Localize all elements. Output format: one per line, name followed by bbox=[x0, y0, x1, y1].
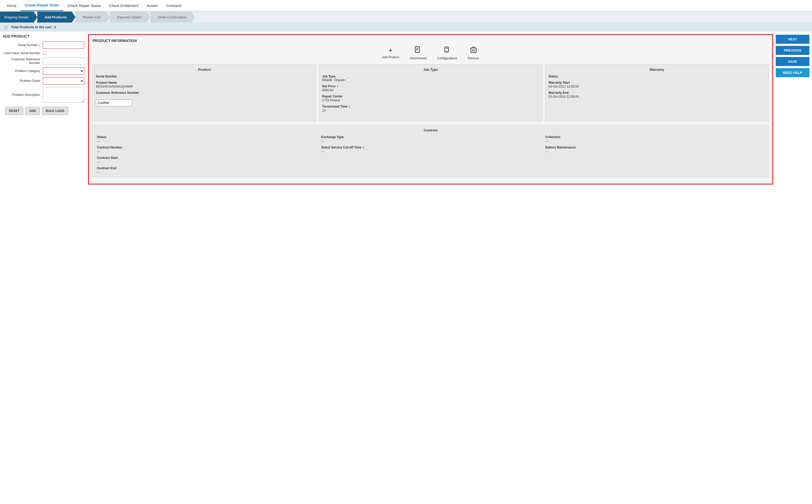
reset-button[interactable]: RESET bbox=[5, 107, 23, 115]
contract-end-field: Contract End — bbox=[97, 166, 316, 174]
remove-icon bbox=[470, 46, 477, 55]
contract-start-value: — bbox=[97, 160, 316, 164]
cart-banner: 🛒 Total Products in the cart : 1 bbox=[0, 23, 812, 32]
job-type-card-title: Job Type bbox=[322, 68, 539, 72]
product-custref-label: Customer Reference Number bbox=[96, 91, 313, 95]
add-product-icon: + bbox=[389, 46, 393, 54]
battery-maintenance-value: — bbox=[545, 150, 764, 153]
customer-ref-label: Customer Reference Number bbox=[3, 58, 43, 65]
nav-home[interactable]: Home bbox=[3, 1, 20, 11]
step-order-confirmation[interactable]: Order Confirmation bbox=[151, 12, 192, 23]
dispute-checkbox[interactable] bbox=[347, 79, 350, 82]
product-card-title: Product bbox=[96, 68, 313, 72]
service-cutoff-field: Select Service Cut-off Time ℹ — bbox=[321, 146, 540, 153]
action-add-product[interactable]: + Add Product bbox=[382, 46, 399, 60]
customer-ref-row: Customer Reference Number bbox=[3, 58, 86, 65]
contract-exchange-field: Exchange Type — bbox=[321, 135, 540, 143]
warranty-status-label: Status bbox=[548, 75, 765, 78]
left-panel: ADD PRODUCT Serial Number ℹ I don't have… bbox=[3, 34, 86, 184]
configurations-label: Configurations bbox=[437, 56, 457, 60]
step-order-confirmation-label: Order Confirmation bbox=[158, 15, 187, 19]
center-panel: PRODUCT INFORMATION + Add Product Attach… bbox=[88, 34, 773, 184]
step-add-products-label: Add Products bbox=[45, 15, 67, 19]
svg-rect-6 bbox=[446, 48, 448, 48]
main-layout: ADD PRODUCT Serial Number ℹ I don't have… bbox=[0, 32, 812, 187]
customer-ref-input[interactable] bbox=[43, 58, 84, 65]
problem-category-select[interactable] bbox=[43, 67, 84, 75]
remove-label: Remove bbox=[468, 56, 479, 60]
add-product-title: ADD PRODUCT bbox=[3, 34, 86, 38]
contract-exchange-value: — bbox=[321, 139, 540, 143]
contract-start-field: Contract Start — bbox=[97, 156, 316, 164]
contract-number-field: Contract Number — bbox=[97, 146, 316, 153]
job-type-label: Job Type bbox=[322, 75, 539, 78]
nav-assets[interactable]: Assets bbox=[143, 1, 162, 11]
step-review-cart[interactable]: Review Cart bbox=[75, 12, 106, 23]
battery-maintenance-label: Battery Maintenance bbox=[545, 146, 764, 149]
previous-button[interactable]: PREVIOUS bbox=[776, 46, 809, 55]
job-type-card: Job Type Job Type Billable Dispute Net P… bbox=[319, 64, 542, 121]
add-button[interactable]: ADD bbox=[25, 107, 40, 115]
action-attachments[interactable]: Attachments bbox=[409, 46, 427, 60]
svg-point-5 bbox=[446, 51, 447, 52]
svg-rect-0 bbox=[415, 47, 419, 52]
net-price-field: Net Price ℹ €840.80 bbox=[322, 84, 539, 92]
job-type-value: Billable bbox=[322, 78, 332, 82]
step-payment-details[interactable]: Payment Details bbox=[110, 12, 147, 23]
product-name-field: Product Name MC9190-GA0SWJQA6WR bbox=[96, 81, 313, 88]
svg-rect-9 bbox=[472, 47, 475, 48]
contract-collection-field: Collection — bbox=[545, 135, 764, 143]
no-serial-checkbox[interactable] bbox=[43, 52, 46, 55]
contract-end-col2 bbox=[321, 156, 540, 164]
nav-create-repair-order[interactable]: Create Repair Order bbox=[20, 0, 63, 11]
nav-contracts[interactable]: Contracts bbox=[162, 1, 186, 11]
contract-status-label: Status bbox=[97, 135, 316, 139]
net-price-value: €840.80 bbox=[322, 88, 333, 92]
turnaround-info-icon: ℹ bbox=[349, 105, 350, 108]
contract-end-col3 bbox=[545, 156, 764, 164]
contract-status-field: Status — bbox=[97, 135, 316, 143]
contract-card-title: Contract bbox=[97, 128, 764, 132]
nav-check-repair-status[interactable]: Check Repair Status bbox=[63, 1, 105, 11]
step-add-products[interactable]: Add Products bbox=[37, 12, 72, 23]
service-cutoff-info-icon: ℹ bbox=[363, 146, 364, 149]
action-remove[interactable]: Remove bbox=[468, 46, 479, 60]
problem-detail-row: Problem Detail bbox=[3, 77, 86, 84]
warranty-end-label: Warranty End bbox=[548, 91, 765, 95]
repair-center-label: Repair Center bbox=[322, 95, 539, 98]
action-configurations[interactable]: Configurations bbox=[437, 46, 457, 60]
problem-description-textarea[interactable] bbox=[43, 87, 84, 103]
need-help-button[interactable]: NEED HELP bbox=[776, 68, 809, 77]
product-custref-field: Customer Reference Number bbox=[96, 91, 313, 106]
top-navigation: Home Create Repair Order Check Repair St… bbox=[0, 0, 812, 12]
product-info-title: PRODUCT INFORMATION bbox=[93, 39, 769, 43]
problem-detail-select[interactable] bbox=[43, 77, 84, 84]
action-buttons-row: RESET ADD BULK LOAD bbox=[3, 107, 86, 115]
nav-check-entitlement[interactable]: Check Entitlement bbox=[105, 1, 143, 11]
warranty-start-field: Warranty Start 03-Oct-2013 12:00:00 bbox=[548, 81, 765, 88]
turnaround-label: Turnaround Time ℹ bbox=[322, 105, 539, 108]
step-navigation: Shipping Details Add Products Review Car… bbox=[0, 12, 812, 23]
attachments-icon bbox=[415, 46, 421, 55]
product-name-value: MC9190-GA0SWJQA6WR bbox=[96, 85, 133, 88]
next-button[interactable]: NEXT bbox=[776, 35, 809, 44]
bulk-load-button[interactable]: BULK LOAD bbox=[42, 107, 68, 115]
cart-banner-text: Total Products in the cart : 1 bbox=[11, 25, 56, 29]
net-price-label: Net Price ℹ bbox=[322, 84, 539, 88]
product-custref-input[interactable] bbox=[96, 100, 132, 106]
service-cutoff-label: Select Service Cut-off Time ℹ bbox=[321, 146, 540, 149]
serial-number-input[interactable] bbox=[43, 41, 84, 49]
dispute-label: Dispute bbox=[334, 78, 345, 82]
step-shipping-details-label: Shipping Details bbox=[4, 15, 29, 19]
repair-center-value: CTDI Poland bbox=[322, 98, 340, 102]
contract-collection-value: — bbox=[545, 139, 764, 143]
warranty-start-label: Warranty Start bbox=[548, 81, 765, 84]
step-shipping-details[interactable]: Shipping Details bbox=[0, 12, 34, 23]
contract-exchange-label: Exchange Type bbox=[321, 135, 540, 139]
service-cutoff-value: — bbox=[321, 150, 540, 153]
warranty-card-title: Warranty bbox=[548, 68, 765, 72]
right-panel: NEXT PREVIOUS SAVE NEED HELP bbox=[776, 34, 809, 184]
job-type-field: Job Type Billable Dispute bbox=[322, 75, 539, 82]
save-button[interactable]: SAVE bbox=[776, 57, 809, 66]
info-cards: Product Serial Number Product Name MC919… bbox=[93, 64, 769, 121]
